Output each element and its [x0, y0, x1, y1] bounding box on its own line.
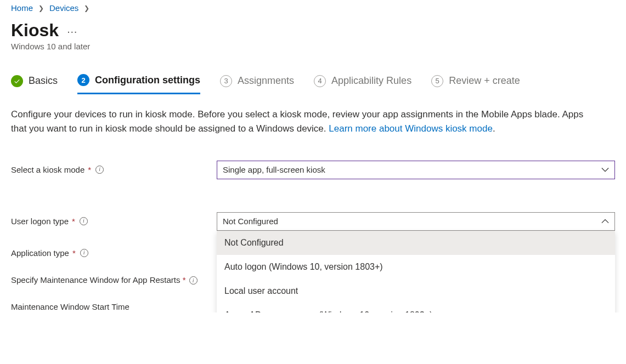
info-icon[interactable]: i — [80, 249, 88, 257]
field-kiosk-mode: Select a kiosk mode * i Single app, full… — [11, 161, 615, 179]
chevron-down-icon — [601, 166, 609, 174]
field-logon-type: User logon type * i Not Configured Not C… — [11, 212, 615, 231]
chevron-up-icon — [601, 218, 609, 225]
step-label: Applicability Rules — [331, 75, 411, 87]
kiosk-mode-select[interactable]: Single app, full-screen kiosk — [217, 161, 615, 179]
step-assignments[interactable]: 3 Assignments — [220, 75, 294, 94]
info-icon[interactable]: i — [95, 166, 104, 174]
breadcrumb-home[interactable]: Home — [11, 3, 33, 13]
info-icon[interactable]: i — [80, 217, 88, 225]
form: Select a kiosk mode * i Single app, full… — [11, 161, 615, 312]
more-actions-button[interactable]: … — [66, 24, 78, 38]
title-row: Kiosk … — [11, 20, 615, 41]
breadcrumb: Home ❯ Devices ❯ — [11, 0, 615, 13]
chevron-right-icon: ❯ — [84, 4, 89, 12]
dropdown-option-not-configured[interactable]: Not Configured — [217, 231, 615, 255]
learn-more-link[interactable]: Learn more about Windows kiosk mode — [329, 123, 493, 134]
select-value: Not Configured — [223, 217, 278, 226]
step-basics[interactable]: Basics — [11, 75, 58, 94]
logon-type-select[interactable]: Not Configured Not Configured Auto logon… — [217, 212, 615, 231]
dropdown-option-local-user[interactable]: Local user account — [217, 279, 615, 303]
check-icon — [11, 75, 23, 87]
step-review-create[interactable]: 5 Review + create — [431, 75, 520, 94]
required-indicator: * — [183, 275, 186, 285]
field-label: Select a kiosk mode * i — [11, 161, 217, 175]
step-number-icon: 2 — [77, 74, 89, 86]
step-label: Basics — [29, 75, 58, 87]
step-number-icon: 4 — [314, 75, 326, 87]
step-label: Assignments — [238, 75, 294, 87]
field-label: Specify Maintenance Window for App Resta… — [11, 271, 217, 286]
info-icon[interactable]: i — [189, 276, 198, 285]
required-indicator: * — [72, 247, 76, 259]
dropdown-option-azure-ad[interactable]: Azure AD user or group (Windows 10, vers… — [217, 303, 615, 312]
dropdown-option-auto-logon[interactable]: Auto logon (Windows 10, version 1803+) — [217, 255, 615, 279]
required-indicator: * — [88, 164, 91, 175]
chevron-right-icon: ❯ — [38, 4, 44, 12]
logon-type-dropdown: Not Configured Auto logon (Windows 10, v… — [217, 231, 615, 312]
field-label: User logon type * i — [11, 212, 217, 227]
select-value: Single app, full-screen kiosk — [223, 165, 325, 174]
step-label: Review + create — [449, 75, 520, 87]
step-number-icon: 3 — [220, 75, 232, 87]
field-label: Application type * i — [11, 244, 217, 259]
required-indicator: * — [72, 215, 75, 227]
step-configuration-settings[interactable]: 2 Configuration settings — [77, 74, 200, 94]
page-title: Kiosk — [11, 20, 59, 41]
field-label: Maintenance Window Start Time — [11, 298, 217, 312]
step-label: Configuration settings — [95, 75, 200, 86]
breadcrumb-devices[interactable]: Devices — [49, 3, 78, 13]
description-text: Configure your devices to run in kiosk m… — [11, 109, 583, 134]
description: Configure your devices to run in kiosk m… — [11, 107, 598, 136]
wizard-steps: Basics 2 Configuration settings 3 Assign… — [11, 74, 615, 94]
page-subtitle: Windows 10 and later — [11, 42, 615, 51]
step-number-icon: 5 — [431, 75, 443, 87]
step-applicability-rules[interactable]: 4 Applicability Rules — [314, 75, 411, 94]
